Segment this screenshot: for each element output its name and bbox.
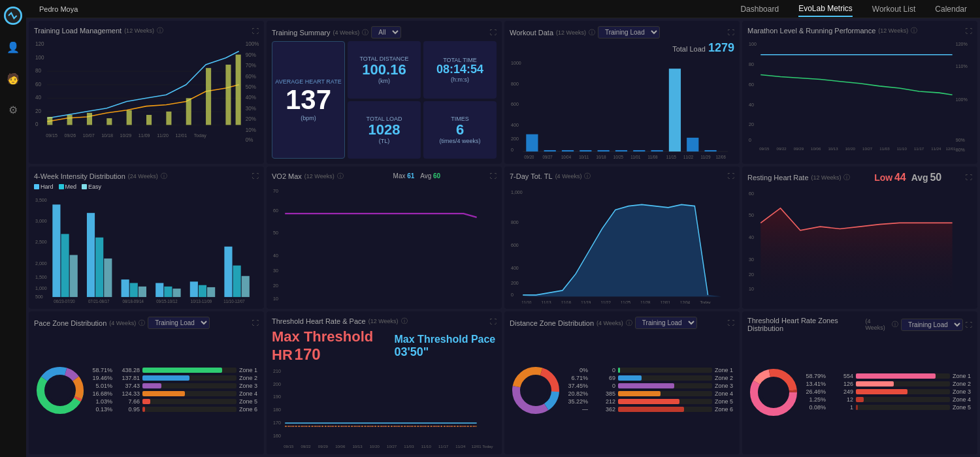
seven-day-chart: 1,000 800 600 400 200 0 11/10 11/13 11/1…: [510, 183, 734, 304]
svg-text:50: 50: [273, 230, 278, 236]
svg-rect-103: [52, 204, 60, 297]
svg-text:200: 200: [511, 136, 519, 142]
svg-text:11/24: 11/24: [931, 146, 941, 151]
info-icon[interactable]: ⓘ: [157, 26, 163, 35]
info-icon-m[interactable]: ⓘ: [911, 26, 917, 35]
svg-text:10/06: 10/06: [811, 146, 821, 151]
svg-text:11/22: 11/22: [683, 155, 694, 159]
svg-rect-60: [704, 150, 716, 151]
tz-row-2: 13.41% 126 Zone 2: [805, 381, 972, 387]
svg-rect-29: [166, 112, 171, 125]
svg-text:30: 30: [749, 256, 754, 262]
seven-day-title: 7-Day Tot. TL (4 Weeks) ⓘ ⛶: [510, 172, 734, 181]
sidebar-icon-user[interactable]: 👤: [4, 38, 22, 56]
expand-icon-pz[interactable]: ⛶: [252, 319, 259, 326]
info-icon-tz[interactable]: ⓘ: [892, 320, 898, 329]
svg-rect-24: [67, 115, 73, 125]
expand-icon-m[interactable]: ⛶: [966, 27, 972, 35]
info-icon-vo2[interactable]: ⓘ: [337, 172, 344, 181]
svg-text:11/09: 11/09: [139, 133, 150, 138]
svg-text:1000: 1000: [511, 60, 521, 66]
pz-row-3: 5.01% 37.43 Zone 3: [91, 383, 259, 389]
svg-text:60: 60: [273, 207, 278, 213]
svg-text:10/11: 10/11: [579, 155, 589, 159]
svg-text:40: 40: [749, 102, 754, 108]
svg-text:11/10: 11/10: [521, 300, 532, 304]
svg-rect-108: [104, 259, 112, 297]
info-icon-7d[interactable]: ⓘ: [584, 172, 591, 181]
svg-text:400: 400: [511, 264, 519, 271]
threshold-hr-pace-card: Threshold Heart Rate & Pace (12 Weeks) ⓘ…: [267, 311, 502, 454]
svg-text:09/29: 09/29: [794, 146, 804, 151]
dz-row-6: — 362 Zone 6: [567, 406, 734, 413]
svg-text:10/13: 10/13: [828, 146, 838, 151]
svg-text:09/15: 09/15: [284, 445, 294, 449]
expand-icon-7d[interactable]: ⛶: [728, 172, 734, 180]
info-icon-ts[interactable]: ⓘ: [362, 28, 368, 37]
ts-times: Times 6 (times/4 weeks): [423, 101, 497, 159]
threshold-zones-card: Threshold Heart Rate Zones Distribution …: [742, 311, 977, 454]
sidebar-icon-settings[interactable]: ⚙: [4, 101, 22, 119]
info-icon-rhr[interactable]: ⓘ: [843, 173, 850, 182]
pz-filter[interactable]: Training Load: [148, 317, 210, 329]
ts-filter[interactable]: All: [371, 26, 401, 39]
info-icon-wd[interactable]: ⓘ: [589, 28, 595, 37]
tz-row-3: 26.46% 249 Zone 3: [805, 388, 972, 395]
dz-row-3: 37.45% 0 Zone 3: [567, 383, 734, 389]
expand-icon-ts[interactable]: ⛶: [490, 29, 497, 36]
expand-icon[interactable]: ⛶: [252, 27, 259, 35]
expand-icon-wd[interactable]: ⛶: [728, 29, 734, 36]
svg-text:1,000: 1,000: [511, 189, 523, 195]
svg-rect-32: [225, 65, 231, 125]
expand-icon-dz[interactable]: ⛶: [728, 319, 734, 326]
svg-rect-58: [669, 69, 681, 151]
svg-rect-107: [95, 237, 103, 296]
info-icon-thp[interactable]: ⓘ: [401, 317, 408, 326]
main-content: Pedro Moya Dashboard EvoLab Metrics Work…: [26, 0, 980, 457]
svg-rect-118: [224, 246, 232, 296]
wd-filter[interactable]: Training Load: [598, 26, 660, 39]
nav-calendar[interactable]: Calendar: [935, 2, 967, 16]
user-name: Pedro Moya: [39, 5, 78, 13]
expand-icon-rhr[interactable]: ⛶: [966, 174, 972, 181]
training-load-card: Training Load Management (12 Weeks) ⓘ ⛶ …: [29, 21, 264, 164]
svg-text:07/21-08/17: 07/21-08/17: [88, 298, 110, 303]
svg-text:3,000: 3,000: [35, 218, 47, 224]
svg-text:09/20: 09/20: [524, 155, 534, 159]
expand-icon-thp[interactable]: ⛶: [490, 318, 497, 325]
pace-zone-donut: [34, 364, 86, 417]
info-icon-id[interactable]: ⓘ: [161, 172, 167, 181]
svg-text:400: 400: [511, 122, 519, 128]
svg-rect-25: [87, 113, 92, 125]
nav-evolab[interactable]: EvoLab Metrics: [798, 1, 853, 17]
nav-dashboard[interactable]: Dashboard: [740, 2, 779, 16]
svg-text:11/28: 11/28: [640, 300, 651, 304]
intensity-title: 4-Week Intensity Distribution (24 Weeks)…: [34, 172, 259, 181]
info-icon-pz[interactable]: ⓘ: [139, 319, 145, 328]
svg-text:10/20: 10/20: [845, 146, 856, 151]
training-summary-grid: Total Distance 100.16 (km) Total Time 08…: [272, 41, 497, 159]
svg-text:10/29: 10/29: [120, 133, 132, 138]
svg-text:11/15: 11/15: [666, 155, 677, 159]
svg-text:10/13: 10/13: [352, 445, 363, 449]
dz-filter[interactable]: Training Load: [635, 317, 697, 329]
svg-text:12/01 Today: 12/01 Today: [472, 445, 493, 449]
sidebar-icon-friends[interactable]: 🧑: [4, 69, 22, 87]
svg-text:10/27: 10/27: [387, 445, 397, 449]
legend-hard: Hard: [34, 183, 54, 190]
tz-filter[interactable]: Training Load: [901, 319, 963, 331]
svg-rect-27: [127, 110, 132, 125]
total-load-header: Total Load 1279: [510, 41, 734, 55]
workout-data-title: Workout Data (12 Weeks) ⓘ Training Load …: [510, 26, 734, 39]
svg-point-187: [48, 379, 72, 402]
expand-icon-id[interactable]: ⛶: [252, 172, 259, 180]
svg-text:80: 80: [35, 68, 41, 74]
svg-text:60%: 60%: [246, 74, 256, 80]
svg-rect-55: [615, 150, 627, 151]
expand-icon-tz[interactable]: ⛶: [966, 321, 972, 328]
nav-workout-list[interactable]: Workout List: [872, 2, 915, 16]
info-icon-dz[interactable]: ⓘ: [626, 319, 632, 328]
svg-text:12/01: 12/01: [946, 146, 956, 151]
expand-icon-vo2[interactable]: ⛶: [490, 172, 497, 180]
svg-text:09/26: 09/26: [65, 133, 76, 138]
